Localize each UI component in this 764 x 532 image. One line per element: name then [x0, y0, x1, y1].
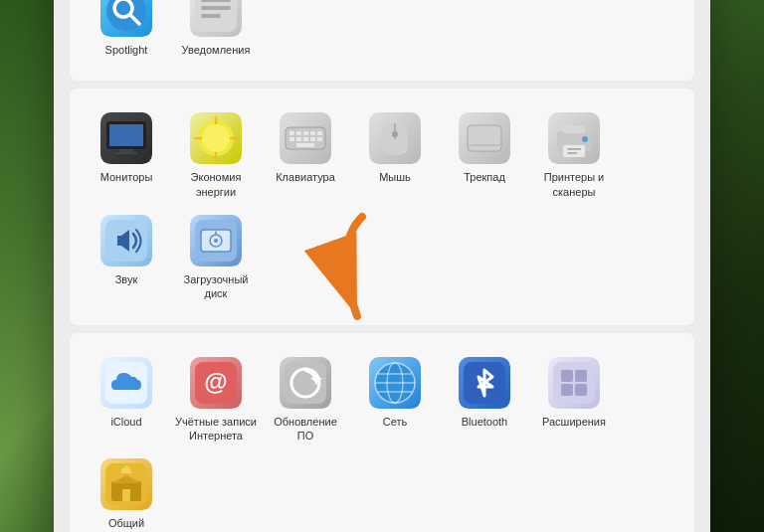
- svg-rect-73: [468, 125, 501, 151]
- icon-item-spotlight[interactable]: Spotlight: [82, 0, 171, 65]
- svg-rect-77: [563, 145, 585, 157]
- icon-item-keyboard[interactable]: Клавиатура: [261, 104, 350, 207]
- bluetooth-label: Bluetooth: [462, 415, 507, 429]
- icon-item-accounts[interactable]: @ Учётные записиИнтернета: [171, 349, 261, 451]
- icon-item-bluetooth[interactable]: Bluetooth: [440, 349, 529, 451]
- trackpad-icon: [459, 112, 510, 164]
- bluetooth-icon: [459, 357, 510, 409]
- notif-label: Уведомления: [182, 43, 251, 57]
- icon-item-energy[interactable]: Экономияэнергии: [171, 104, 261, 207]
- svg-rect-62: [303, 131, 308, 135]
- icon-item-notif[interactable]: Уведомления: [171, 0, 261, 65]
- svg-rect-101: [561, 370, 573, 382]
- svg-rect-61: [296, 131, 301, 135]
- svg-text:@: @: [204, 368, 227, 395]
- sound-icon: [100, 215, 152, 266]
- sharing-label: Общийдоступ: [108, 516, 144, 532]
- icon-item-update[interactable]: ОбновлениеПО: [261, 349, 350, 451]
- sound-label: Звук: [115, 272, 138, 286]
- svg-rect-47: [201, 14, 221, 18]
- content-area: Основные: [54, 0, 710, 532]
- section-personal: Основные: [70, 0, 694, 81]
- energy-label: Экономияэнергии: [191, 170, 242, 199]
- update-label: ОбновлениеПО: [274, 415, 337, 443]
- svg-rect-104: [575, 384, 587, 396]
- icon-item-printers[interactable]: Принтеры исканеры: [529, 104, 619, 207]
- svg-rect-78: [567, 148, 581, 150]
- icon-grid-internet: iCloud @ Учётные записиИнтернета: [82, 349, 682, 532]
- svg-rect-64: [317, 131, 322, 135]
- icon-grid-hardware: Мониторы: [82, 104, 682, 308]
- trackpad-label: Трекпад: [464, 170, 505, 184]
- svg-rect-79: [567, 152, 577, 154]
- icon-item-network[interactable]: Сеть: [350, 349, 440, 451]
- svg-rect-107: [122, 489, 130, 501]
- icon-item-trackpad[interactable]: Трекпад: [440, 104, 529, 207]
- svg-point-72: [392, 131, 398, 137]
- notif-icon: [190, 0, 242, 37]
- svg-point-86: [214, 239, 218, 243]
- svg-rect-100: [553, 362, 595, 404]
- svg-rect-46: [201, 6, 231, 10]
- svg-rect-45: [201, 0, 231, 2]
- monitors-label: Мониторы: [100, 170, 153, 184]
- icon-item-sound[interactable]: Звук: [82, 207, 171, 309]
- printers-label: Принтеры исканеры: [544, 170, 605, 199]
- keyboard-label: Клавиатура: [276, 170, 335, 184]
- svg-rect-67: [303, 137, 308, 141]
- sharing-icon: [100, 458, 152, 510]
- svg-rect-68: [310, 137, 315, 141]
- svg-rect-60: [289, 131, 294, 135]
- svg-rect-70: [296, 143, 314, 147]
- svg-rect-76: [563, 125, 585, 133]
- keyboard-icon: [280, 112, 331, 164]
- extensions-label: Расширения: [542, 415, 606, 429]
- section-hardware: Мониторы: [70, 89, 694, 324]
- icon-item-boot[interactable]: Загрузочныйдиск: [171, 207, 261, 309]
- icloud-icon: [100, 357, 152, 409]
- mouse-label: Мышь: [379, 170, 411, 184]
- mouse-icon: [369, 112, 421, 164]
- network-icon: [369, 357, 421, 409]
- svg-rect-65: [289, 137, 294, 141]
- monitors-icon: [100, 112, 152, 164]
- svg-rect-50: [119, 149, 133, 152]
- network-label: Сеть: [383, 415, 407, 429]
- svg-rect-102: [575, 370, 587, 382]
- icon-item-extensions[interactable]: Расширения: [529, 349, 619, 451]
- icon-item-monitors[interactable]: Мониторы: [82, 104, 171, 207]
- accounts-icon: @: [190, 357, 242, 409]
- section-internet: iCloud @ Учётные записиИнтернета: [70, 333, 694, 532]
- spotlight-label: Spotlight: [105, 43, 148, 57]
- boot-label: Загрузочныйдиск: [184, 272, 249, 301]
- icon-item-sharing[interactable]: Общийдоступ: [82, 450, 171, 532]
- svg-rect-63: [310, 131, 315, 135]
- icon-item-icloud[interactable]: iCloud: [82, 349, 171, 451]
- spotlight-icon: [100, 0, 152, 37]
- boot-icon: [190, 215, 242, 266]
- system-preferences-window: ‹ › Системные настройки 🔍: [54, 0, 710, 532]
- extensions-icon: [548, 357, 600, 409]
- svg-rect-69: [317, 137, 322, 141]
- energy-icon: [190, 112, 242, 164]
- svg-rect-103: [561, 384, 573, 396]
- svg-point-80: [582, 136, 588, 142]
- icon-item-mouse[interactable]: Мышь: [350, 104, 440, 207]
- accounts-label: Учётные записиИнтернета: [175, 415, 257, 443]
- icloud-label: iCloud: [110, 415, 141, 429]
- svg-rect-66: [296, 137, 301, 141]
- svg-rect-51: [115, 152, 137, 154]
- svg-rect-49: [109, 124, 143, 146]
- printers-icon: [548, 112, 600, 164]
- icon-grid-personal: Основные: [82, 0, 682, 65]
- update-icon: [280, 357, 331, 409]
- svg-point-53: [202, 124, 230, 152]
